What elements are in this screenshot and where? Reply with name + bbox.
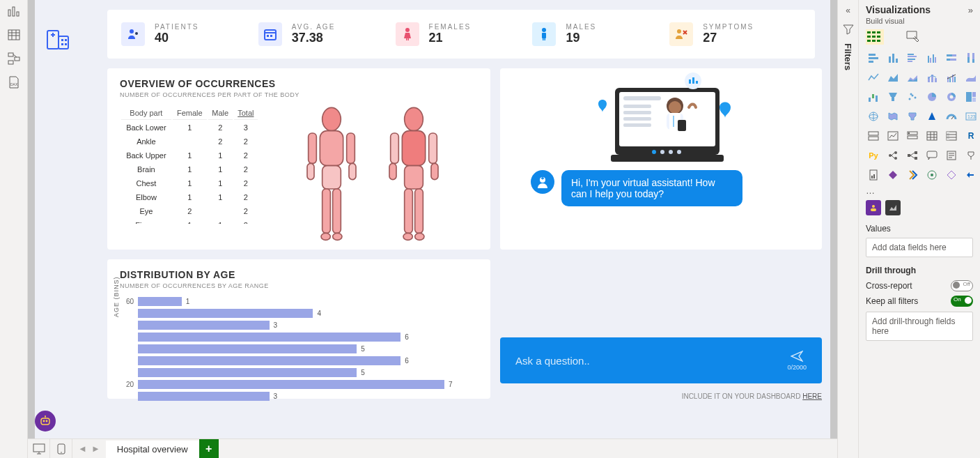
table-row[interactable]: Finger112 xyxy=(121,219,258,224)
table-row[interactable]: Eye22 xyxy=(121,205,258,217)
keep-filters-toggle[interactable]: On xyxy=(951,296,973,307)
area-chart-icon[interactable] xyxy=(885,70,901,85)
svg-rect-62 xyxy=(623,105,651,108)
occurrences-table[interactable]: Body part Female Male Total Back Lower12… xyxy=(120,105,259,224)
desktop-layout-icon[interactable] xyxy=(28,439,50,458)
smart-narrative-icon[interactable] xyxy=(944,148,959,163)
values-field-well[interactable]: Add data fields here xyxy=(866,238,973,257)
patients-icon xyxy=(121,22,145,46)
table-row[interactable]: Brain112 xyxy=(121,163,258,176)
model-view-icon[interactable] xyxy=(7,52,21,66)
col-female[interactable]: Female xyxy=(173,107,207,120)
format-visual-mode-icon[interactable] xyxy=(905,29,921,45)
table-row[interactable]: Ankle22 xyxy=(121,135,258,148)
line-chart-icon[interactable] xyxy=(866,70,881,85)
clustered-bar-icon[interactable] xyxy=(905,50,920,66)
funnel-icon[interactable] xyxy=(885,89,901,105)
bar[interactable] xyxy=(138,333,400,342)
next-page-icon[interactable]: ► xyxy=(91,443,100,454)
mobile-layout-icon[interactable] xyxy=(50,439,72,458)
card-visual-icon[interactable]: 123 xyxy=(963,109,979,124)
slicer-icon[interactable] xyxy=(905,128,920,144)
bar[interactable] xyxy=(138,321,270,330)
col-total[interactable]: Total xyxy=(234,107,258,120)
bar[interactable] xyxy=(138,309,313,318)
arcgis-icon[interactable] xyxy=(924,167,940,183)
get-more-visuals-icon[interactable] xyxy=(963,167,979,183)
svg-rect-17 xyxy=(61,39,63,41)
bar[interactable] xyxy=(138,297,182,306)
report-page[interactable]: PATIENTS 40 AVG. AGE 37.38 xyxy=(35,0,830,438)
matrix-icon[interactable] xyxy=(944,128,959,144)
treemap-icon[interactable] xyxy=(963,89,979,105)
paginated-report-icon[interactable] xyxy=(866,167,881,183)
waterfall-icon[interactable] xyxy=(866,89,881,105)
table-icon[interactable] xyxy=(924,128,940,144)
custom-visual-icon[interactable] xyxy=(944,167,959,183)
pie-icon[interactable] xyxy=(924,89,940,105)
bar[interactable] xyxy=(138,380,444,389)
azure-map-icon[interactable] xyxy=(924,109,940,124)
line-stacked-column-icon[interactable] xyxy=(924,70,940,85)
bar[interactable] xyxy=(138,344,357,353)
shape-map-icon[interactable] xyxy=(905,109,920,124)
filled-map-icon[interactable] xyxy=(885,109,901,124)
col-male[interactable]: Male xyxy=(208,107,233,120)
line-clustered-column-icon[interactable] xyxy=(944,70,959,85)
occurrences-card[interactable]: OVERVIEW OF OCCURRENCES NUMBER OF OCCURR… xyxy=(107,68,490,250)
svg-rect-102 xyxy=(867,40,871,42)
expand-viz-icon[interactable]: » xyxy=(968,5,973,15)
goals-visual-icon[interactable] xyxy=(963,148,979,163)
stacked-area-icon[interactable] xyxy=(905,70,920,85)
multi-row-card-icon[interactable] xyxy=(866,128,881,144)
cross-report-toggle[interactable]: Off xyxy=(951,280,973,291)
r-visual-icon[interactable]: R xyxy=(963,128,979,144)
qna-visual-icon[interactable] xyxy=(924,148,940,163)
more-visuals-button[interactable]: … xyxy=(859,183,980,200)
hundred-stacked-bar-icon[interactable] xyxy=(944,50,959,66)
hundred-stacked-column-icon[interactable] xyxy=(963,50,979,66)
page-tab-hospital-overview[interactable]: Hospital overview xyxy=(106,439,199,458)
donut-icon[interactable] xyxy=(944,89,959,105)
build-visual-mode-icon[interactable] xyxy=(866,29,884,45)
table-row[interactable]: Chest112 xyxy=(121,177,258,190)
svg-text:DAX: DAX xyxy=(10,82,18,86)
key-influencers-icon[interactable] xyxy=(885,148,901,163)
filters-pane-collapsed[interactable]: « Filters xyxy=(837,0,858,458)
include-here-link[interactable]: HERE xyxy=(802,392,822,400)
gauge-icon[interactable] xyxy=(944,109,959,124)
stacked-column-icon[interactable] xyxy=(885,50,901,66)
dax-view-icon[interactable]: DAX xyxy=(7,75,21,89)
drill-through-field-well[interactable]: Add drill-through fields here xyxy=(866,312,973,341)
scatter-icon[interactable] xyxy=(905,89,920,105)
python-visual-icon[interactable]: Py xyxy=(866,148,881,163)
virtual-assistant-card[interactable]: Hi, I'm your virtual assistant! How can … xyxy=(500,68,822,250)
power-apps-icon[interactable] xyxy=(885,167,901,183)
copilot-bot-button[interactable] xyxy=(35,411,56,432)
custom-visual-2-icon[interactable] xyxy=(885,200,901,215)
clustered-column-icon[interactable] xyxy=(924,50,940,66)
kpi-visual-icon[interactable] xyxy=(885,128,901,144)
report-view-icon[interactable] xyxy=(7,4,21,18)
send-icon[interactable] xyxy=(791,350,803,362)
bar[interactable] xyxy=(138,392,270,401)
table-row[interactable]: Back Upper112 xyxy=(121,149,258,162)
table-row[interactable]: Elbow112 xyxy=(121,191,258,204)
bar[interactable] xyxy=(138,356,400,365)
kpi-females: FEMALES 21 xyxy=(396,22,527,46)
table-row[interactable]: Back Lower123 xyxy=(121,121,258,134)
expand-filters-icon[interactable]: « xyxy=(846,6,850,15)
decomposition-tree-icon[interactable] xyxy=(905,148,920,163)
prev-page-icon[interactable]: ◄ xyxy=(78,443,87,454)
power-automate-icon[interactable] xyxy=(905,167,920,183)
add-page-button[interactable]: + xyxy=(199,439,219,458)
stacked-bar-icon[interactable] xyxy=(866,50,881,66)
distribution-card[interactable]: DISTRIBUTION BY AGE NUMBER OF OCCURRENCE… xyxy=(107,259,490,399)
bar[interactable] xyxy=(138,368,357,377)
custom-visual-1-icon[interactable] xyxy=(866,200,881,215)
data-view-icon[interactable] xyxy=(7,28,21,42)
ask-question-input[interactable]: Ask a question.. 0/2000 xyxy=(500,337,822,383)
ribbon-chart-icon[interactable] xyxy=(963,70,979,85)
col-body-part[interactable]: Body part xyxy=(121,107,171,120)
map-icon[interactable] xyxy=(866,109,881,124)
